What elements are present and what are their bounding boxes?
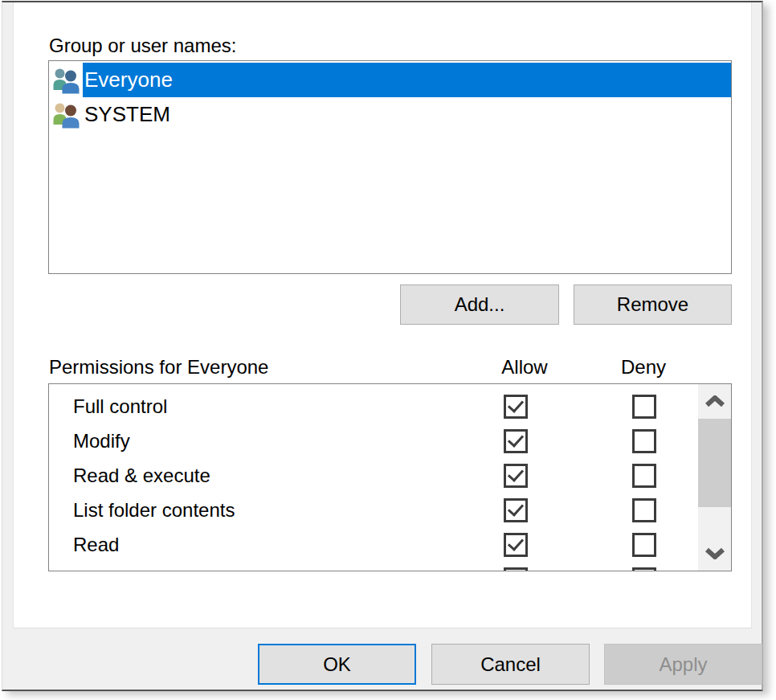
permission-row: Read: [49, 530, 698, 565]
permission-label: List folder contents: [73, 496, 235, 530]
permissions-scrollbar[interactable]: [698, 384, 731, 571]
scroll-up-button[interactable]: [698, 384, 731, 418]
permission-label: Read: [73, 530, 119, 565]
deny-checkbox[interactable]: [632, 395, 656, 419]
screenshot-stage: Group or user names: Everyone SYSTEM Add…: [0, 0, 776, 700]
scroll-down-button[interactable]: [698, 537, 731, 571]
ok-button[interactable]: OK: [258, 644, 416, 685]
permission-row: Full control: [49, 392, 698, 427]
allow-checkbox[interactable]: [504, 429, 528, 453]
apply-button[interactable]: Apply: [604, 644, 762, 685]
permissions-for-label: Permissions for Everyone: [49, 356, 268, 379]
permission-row: List folder contents: [49, 496, 698, 530]
users-group-icon: [51, 66, 80, 95]
deny-checkbox[interactable]: [632, 464, 656, 488]
users-group-icon: [51, 100, 80, 129]
allow-checkbox[interactable]: [504, 567, 528, 571]
permissions-dialog: Group or user names: Everyone SYSTEM Add…: [2, 1, 763, 691]
allow-checkbox[interactable]: [504, 464, 528, 488]
deny-checkbox[interactable]: [632, 429, 656, 453]
group-list[interactable]: Everyone SYSTEM: [48, 60, 732, 274]
permission-row: [49, 565, 698, 571]
permission-row: Modify: [49, 427, 698, 461]
chevron-up-icon: [705, 395, 725, 407]
group-list-item[interactable]: Everyone: [49, 63, 731, 97]
deny-checkbox[interactable]: [632, 567, 656, 571]
deny-column-header: Deny: [611, 356, 676, 379]
allow-checkbox[interactable]: [504, 498, 528, 522]
permissions-list: Full control Modify Read & execute List …: [48, 383, 732, 571]
permission-label: Modify: [73, 427, 130, 461]
group-list-item-label: SYSTEM: [83, 97, 731, 132]
permission-label: Full control: [73, 392, 167, 427]
deny-checkbox[interactable]: [632, 498, 656, 522]
chevron-down-icon: [705, 548, 725, 559]
group-list-item[interactable]: SYSTEM: [49, 97, 731, 132]
permission-label: Read & execute: [73, 461, 210, 496]
scrollbar-thumb[interactable]: [698, 419, 731, 507]
group-list-item-label: Everyone: [83, 63, 731, 97]
cancel-button[interactable]: Cancel: [431, 644, 590, 685]
remove-button[interactable]: Remove: [574, 285, 732, 325]
group-or-user-names-label: Group or user names:: [49, 35, 236, 57]
add-button[interactable]: Add...: [400, 285, 559, 325]
permission-row: Read & execute: [49, 461, 698, 496]
deny-checkbox[interactable]: [632, 533, 656, 557]
allow-checkbox[interactable]: [504, 395, 528, 419]
allow-checkbox[interactable]: [504, 533, 528, 557]
allow-column-header: Allow: [492, 356, 557, 379]
